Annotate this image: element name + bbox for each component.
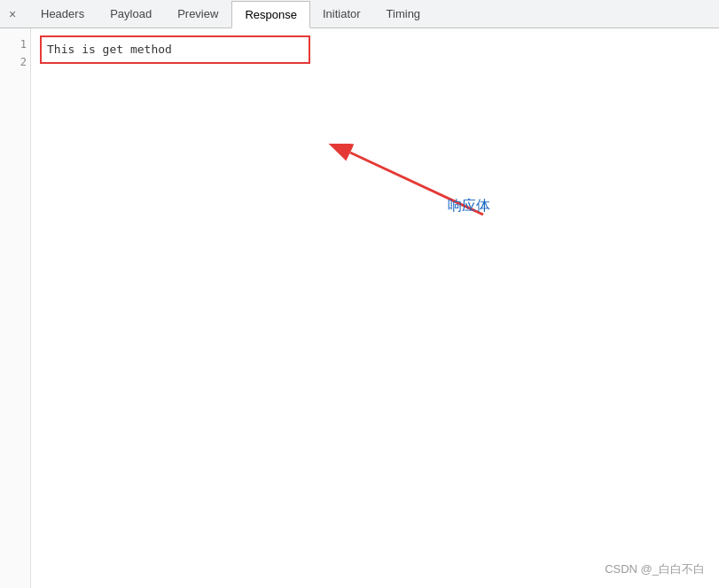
line-numbers: 1 2 bbox=[0, 28, 31, 588]
response-box: This is get method bbox=[40, 35, 310, 64]
line-number-2: 2 bbox=[4, 53, 27, 71]
annotation-label: 响应体 bbox=[448, 197, 490, 216]
watermark: CSDN @_白白不白 bbox=[605, 561, 705, 577]
arrow-icon bbox=[324, 144, 501, 232]
response-line-1: This is get method bbox=[47, 41, 303, 59]
code-area: This is get method 响应体 bbox=[31, 28, 719, 588]
content-area: 1 2 This is get method 响应体 bbox=[0, 28, 719, 588]
line-number-1: 1 bbox=[4, 35, 27, 53]
tab-payload[interactable]: Payload bbox=[98, 0, 165, 27]
close-icon[interactable]: × bbox=[4, 5, 21, 23]
tab-initiator[interactable]: Initiator bbox=[310, 0, 374, 27]
tab-timing[interactable]: Timing bbox=[374, 0, 434, 27]
tab-preview[interactable]: Preview bbox=[165, 0, 231, 27]
tab-headers[interactable]: Headers bbox=[28, 0, 98, 27]
annotation-container: 响应体 bbox=[324, 144, 554, 250]
tab-bar: × Headers Payload Preview Response Initi… bbox=[0, 0, 719, 28]
tab-response[interactable]: Response bbox=[231, 1, 310, 28]
